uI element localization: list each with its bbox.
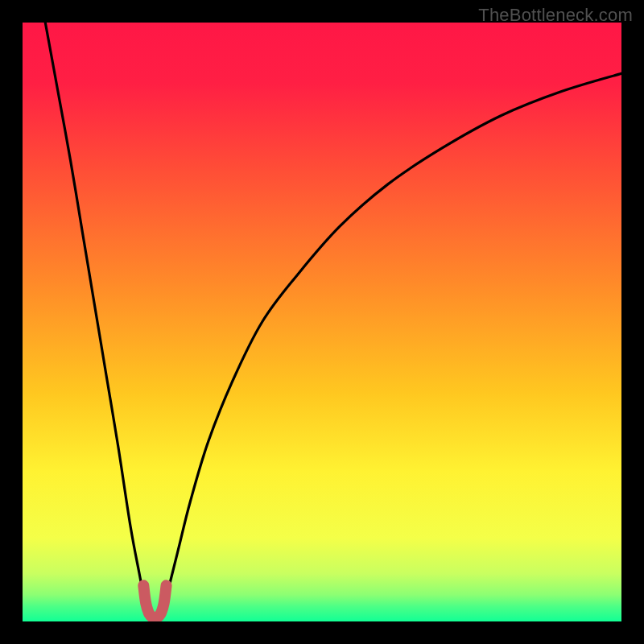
curve-left-branch (45, 23, 149, 618)
curve-tip-u (143, 585, 166, 617)
curve-right-branch (160, 73, 621, 618)
plot-area (23, 23, 621, 621)
curve-layer (23, 23, 621, 621)
chart-frame: TheBottleneck.com (0, 0, 644, 644)
